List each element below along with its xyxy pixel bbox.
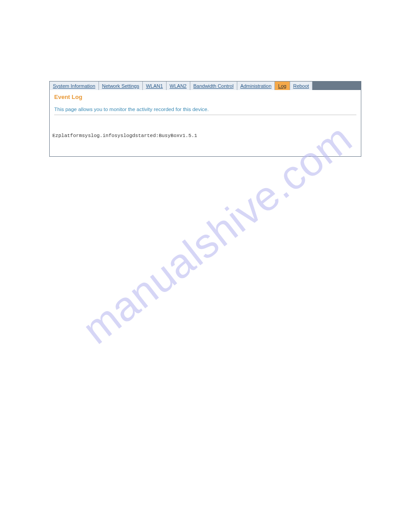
tab-reboot[interactable]: Reboot [290, 82, 313, 90]
tab-log[interactable]: Log [275, 82, 290, 90]
admin-panel: System Information Network Settings WLAN… [49, 81, 361, 157]
page-title: Event Log [54, 94, 356, 100]
divider [54, 115, 356, 115]
page-description: This page allows you to monitor the acti… [54, 107, 356, 112]
tab-system-information[interactable]: System Information [50, 82, 99, 90]
tab-bar: System Information Network Settings WLAN… [50, 82, 361, 90]
log-entry: Ezplatformsyslog.infosyslogdstarted:Busy… [52, 133, 356, 138]
tab-network-settings[interactable]: Network Settings [99, 82, 143, 90]
tab-wlan2[interactable]: WLAN2 [167, 82, 190, 90]
tab-wlan1[interactable]: WLAN1 [143, 82, 167, 90]
tab-administration[interactable]: Administration [237, 82, 275, 90]
tabbar-fill [313, 82, 361, 90]
tab-bandwidth-control[interactable]: Bandwidth Control [190, 82, 237, 90]
content-area: Event Log This page allows you to monito… [50, 90, 361, 156]
